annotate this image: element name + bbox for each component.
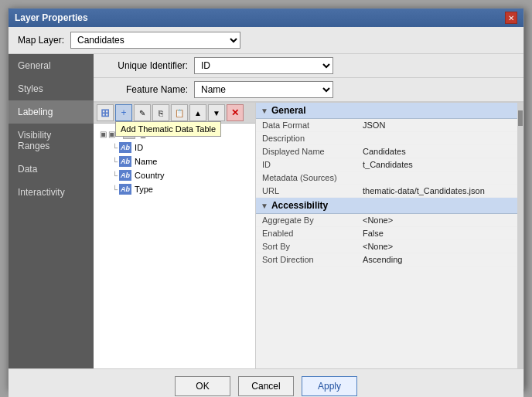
map-layer-select[interactable]: Candidates [70,32,240,49]
apply-button[interactable]: Apply [302,376,357,396]
prop-data-format-name: Data Format [262,120,363,130]
connector-icon-type: └ [112,185,118,194]
field-icon-name: Ab [119,156,131,167]
accessibility-section-body: Aggregate By <None> Enabled False Sort B… [256,214,517,266]
feature-name-row: Feature Name: Name [94,78,523,102]
connector-icon: └ [112,144,118,152]
scrollbar[interactable] [517,103,523,368]
sidebar-item-styles[interactable]: Styles [9,77,94,100]
prop-url: URL thematic-data/t_Candidates.json [256,185,517,198]
prop-id-value: t_Candidates [363,160,511,169]
properties-panel: ▼ General Data Format JSON Description [256,103,517,368]
general-section-header[interactable]: ▼ General [256,103,517,119]
field-icon-type: Ab [119,184,131,195]
prop-sort-by-value: <None> [363,242,511,251]
general-section-title: General [271,105,306,116]
prop-url-value: thematic-data/t_Candidates.json [363,186,511,195]
prop-id: ID t_Candidates [256,158,517,171]
ok-button[interactable]: OK [175,376,230,396]
prop-displayed-name-label: Displayed Name [262,147,363,156]
sidebar-item-interactivity[interactable]: Interactivity [9,181,94,204]
feature-name-label: Feature Name: [103,84,188,95]
prop-sort-direction-value: Ascending [363,255,511,264]
tree-panel: ⊞ + ✎ ⎘ 📋 [94,103,256,368]
prop-aggregate-by-value: <None> [363,215,511,225]
tree-toolbar: ⊞ + ✎ ⎘ 📋 [94,103,255,124]
map-layer-label: Map Layer: [18,35,64,46]
prop-metadata-label: Metadata (Sources) [262,173,363,182]
connector-icon-country: └ [112,171,118,180]
sidebar-item-general[interactable]: General [9,54,94,77]
sidebar-item-visibility-ranges[interactable]: Visibility Ranges [9,124,94,158]
prop-sort-direction: Sort Direction Ascending [256,253,517,266]
prop-sort-by: Sort By <None> [256,240,517,253]
prop-enabled: Enabled False [256,227,517,240]
cancel-button[interactable]: Cancel [238,376,294,396]
accessibility-collapse-icon: ▼ [261,202,268,210]
dialog-title: Layer Properties [15,12,88,23]
unique-identifier-select[interactable]: ID [194,57,333,74]
title-bar: Layer Properties ✕ [9,8,523,27]
general-section-body: Data Format JSON Description Displayed N… [256,119,517,198]
accessibility-section-title: Accessibility [271,200,328,211]
toolbar-tooltip: Add Thematic Data Table [115,121,221,137]
prop-description-name: Description [262,134,363,143]
prop-metadata: Metadata (Sources) [256,171,517,185]
prop-url-label: URL [262,186,363,195]
unique-identifier-label: Unique Identifier: [103,60,188,71]
sidebar-item-data[interactable]: Data [9,158,94,181]
prop-description: Description [256,132,517,145]
prop-data-format: Data Format JSON [256,119,517,132]
tree-item-country-label: Country [135,171,165,180]
toolbar-add-table-button[interactable]: ⊞ [97,104,114,121]
prop-sort-direction-label: Sort Direction [262,255,363,264]
sidebar: General Styles Labeling Visibility Range… [9,54,94,368]
toolbar-down-button[interactable]: ▼ [208,104,225,121]
feature-name-select[interactable]: Name [194,81,333,98]
prop-enabled-value: False [363,229,511,238]
tree-item-name-label: Name [135,157,157,166]
accessibility-section-header[interactable]: ▼ Accessibility [256,198,517,214]
prop-aggregate-by: Aggregate By <None> [256,214,517,227]
layer-properties-dialog: Layer Properties ✕ Map Layer: Candidates… [8,8,524,389]
tree-item-type[interactable]: └ Ab Type [109,182,252,196]
prop-data-format-value: JSON [363,120,511,130]
connector-icon-name: └ [112,158,118,166]
scrollbar-thumb [518,110,523,126]
right-content: Unique Identifier: ID Feature Name: Name [94,54,523,368]
toolbar-copy-button[interactable]: ⎘ [152,104,169,121]
general-collapse-icon: ▼ [261,107,268,115]
field-icon-country: Ab [119,170,131,181]
main-content: General Styles Labeling Visibility Range… [9,54,523,368]
tree-item-type-label: Type [135,185,153,194]
data-area: ⊞ + ✎ ⎘ 📋 [94,102,523,368]
map-layer-row: Map Layer: Candidates [9,27,523,54]
prop-displayed-name: Displayed Name Candidates [256,145,517,158]
prop-displayed-name-value: Candidates [363,147,511,156]
toolbar-delete-button[interactable]: ✕ [227,104,244,121]
unique-identifier-row: Unique Identifier: ID [94,54,523,78]
close-button[interactable]: ✕ [505,12,517,24]
field-icon-id: Ab [119,142,131,153]
toolbar-add-field-button[interactable]: + [115,104,132,121]
toolbar-paste-button[interactable]: 📋 [171,104,188,121]
prop-sort-by-label: Sort By [262,242,363,251]
prop-id-label: ID [262,160,363,169]
tree-item-id[interactable]: └ Ab ID [109,141,252,154]
prop-aggregate-by-label: Aggregate By [262,215,363,225]
toolbar-edit-button[interactable]: ✎ [134,104,151,121]
tree-item-name[interactable]: └ Ab Name [109,154,252,168]
prop-enabled-label: Enabled [262,229,363,238]
tree-item-id-label: ID [135,143,143,152]
toolbar-up-button[interactable]: ▲ [189,104,206,121]
sidebar-item-labeling[interactable]: Labeling [9,100,94,124]
dialog-footer: OK Cancel Apply [9,368,523,397]
tree-item-country[interactable]: └ Ab Country [109,168,252,182]
